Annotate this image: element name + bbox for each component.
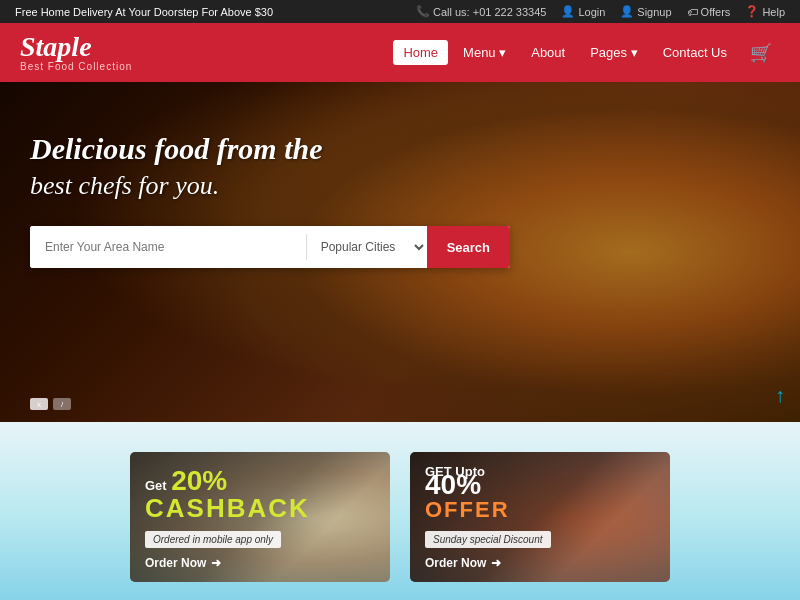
phone-icon: 📞 <box>416 5 430 18</box>
top-bar: Free Home Delivery At Your Doorstep For … <box>0 0 800 23</box>
promo1-badge-wrapper: Ordered in mobile app only <box>145 529 375 556</box>
signup-icon: 👤 <box>620 5 634 18</box>
promo1-badge: Ordered in mobile app only <box>145 531 281 548</box>
promo-card1-content: Get 20% CASHBACK Ordered in mobile app o… <box>130 455 390 582</box>
nav-pages[interactable]: Pages ▾ <box>580 40 647 65</box>
promo1-order[interactable]: Order Now ➜ <box>145 556 375 570</box>
slide-dot-2[interactable]: / <box>53 398 71 410</box>
promo1-percent: 20% <box>171 465 227 496</box>
logo-tagline: Best Food Collection <box>20 61 132 72</box>
search-button[interactable]: Search <box>427 226 510 268</box>
promo2-order[interactable]: Order Now ➜ <box>425 556 655 570</box>
promo-card-cashback: Get 20% CASHBACK Ordered in mobile app o… <box>130 452 390 582</box>
arrow2-icon: ➜ <box>491 556 501 570</box>
slider-dots: x / <box>30 398 71 410</box>
logo-area[interactable]: Staple Best Food Collection <box>20 33 132 72</box>
logo-title: Staple <box>20 33 132 61</box>
offers-icon: 🏷 <box>687 6 698 18</box>
top-bar-actions: 📞 Call us: +01 222 33345 👤 Login 👤 Signu… <box>416 5 785 18</box>
login-link[interactable]: 👤 Login <box>561 5 605 18</box>
cart-icon[interactable]: 🛒 <box>742 37 780 69</box>
promo1-get: Get 20% <box>145 467 375 495</box>
hero-section: Delicious food from the best chefs for y… <box>0 82 800 422</box>
area-search-input[interactable] <box>30 226 306 268</box>
promo2-percent-wrapper: 40% <box>425 471 655 499</box>
help-icon: ❓ <box>745 5 759 18</box>
search-bar: Popular Cities Mumbai Delhi Bangalore Se… <box>30 226 510 268</box>
promo2-type: OFFER <box>425 499 655 521</box>
header: Staple Best Food Collection Home Menu ▾ … <box>0 23 800 82</box>
hero-title-line2: best chefs for you. <box>30 171 770 201</box>
hero-content: Delicious food from the best chefs for y… <box>0 82 800 288</box>
nav-home[interactable]: Home <box>393 40 448 65</box>
promo2-percent: 40% <box>425 469 481 500</box>
promo-section: Get 20% CASHBACK Ordered in mobile app o… <box>0 422 800 600</box>
announcement-text: Free Home Delivery At Your Doorstep For … <box>15 6 273 18</box>
nav-menu[interactable]: Menu ▾ <box>453 40 516 65</box>
help-link[interactable]: ❓ Help <box>745 5 785 18</box>
main-nav: Home Menu ▾ About Pages ▾ Contact Us 🛒 <box>393 37 780 69</box>
nav-contact[interactable]: Contact Us <box>653 40 737 65</box>
user-icon: 👤 <box>561 5 575 18</box>
hero-title-line1: Delicious food from the <box>30 132 770 166</box>
slide-dot-1[interactable]: x <box>30 398 48 410</box>
scroll-up-button[interactable]: ↑ <box>775 384 785 407</box>
arrow-icon: ➜ <box>211 556 221 570</box>
offers-link[interactable]: 🏷 Offers <box>687 6 731 18</box>
city-dropdown[interactable]: Popular Cities Mumbai Delhi Bangalore <box>307 226 427 268</box>
promo-card2-content: 40% OFFER Sunday special Discount Order … <box>410 459 670 582</box>
signup-link[interactable]: 👤 Signup <box>620 5 671 18</box>
promo1-type: CASHBACK <box>145 495 375 521</box>
promo2-badge-wrapper: Sunday special Discount <box>425 529 655 556</box>
phone-text: 📞 Call us: +01 222 33345 <box>416 5 546 18</box>
promo-card-offer: GET Upto 40% OFFER Sunday special Discou… <box>410 452 670 582</box>
nav-about[interactable]: About <box>521 40 575 65</box>
promo2-badge: Sunday special Discount <box>425 531 551 548</box>
